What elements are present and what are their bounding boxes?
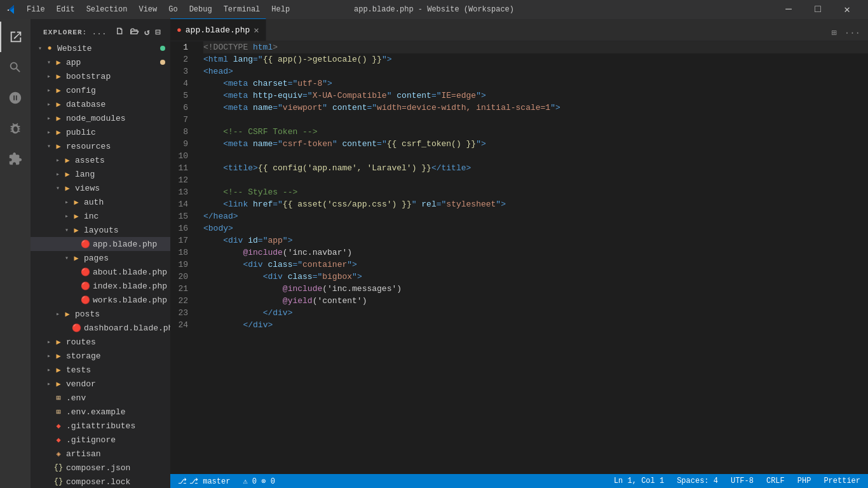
activity-extensions[interactable] [0, 144, 31, 174]
close-button[interactable]: ✕ [832, 0, 862, 19]
new-file-icon[interactable]: 🗋 [114, 25, 126, 39]
line-number: 10 [170, 150, 193, 162]
tree-item-lang[interactable]: ▸ ▶ lang [31, 167, 170, 181]
code-line-18: @include('inc.navbar') [203, 247, 868, 259]
line-number: 7 [170, 114, 193, 126]
menu-debug[interactable]: Debug [184, 4, 217, 15]
tree-item-env[interactable]: ▸ ⊞ .env [31, 391, 170, 405]
tree-item-auth[interactable]: ▸ ▶ auth [31, 195, 170, 209]
formatter[interactable]: Prettier [821, 477, 863, 485]
errors-warnings-status[interactable]: ⚠ 0 ⊗ 0 [240, 477, 277, 486]
tree-item-pages[interactable]: ▾ ▶ pages [31, 251, 170, 265]
code-line-20: <div class="bigbox"> [203, 271, 868, 283]
line-number: 15 [170, 210, 193, 222]
tab-close-button[interactable]: ✕ [254, 25, 259, 36]
chevron-right-icon: ▸ [53, 156, 62, 164]
tree-item-database[interactable]: ▸ ▶ database [31, 97, 170, 111]
tab-app-blade[interactable]: ● app.blade.php ✕ [170, 18, 266, 41]
line-number: 21 [170, 283, 193, 295]
chevron-down-icon: ▾ [62, 254, 71, 262]
tree-item-tests[interactable]: ▸ ▶ tests [31, 363, 170, 377]
maximize-button[interactable]: □ [803, 0, 832, 19]
folder-open-icon: ▶ [53, 58, 64, 67]
cursor-position[interactable]: Ln 1, Col 1 [611, 477, 667, 485]
refresh-icon[interactable]: ↺ [143, 25, 152, 39]
tree-item-gitignore[interactable]: ▸ ◆ .gitignore [31, 433, 170, 447]
line-ending[interactable]: CRLF [764, 477, 787, 485]
tree-item-config[interactable]: ▸ ▶ config [31, 83, 170, 97]
menu-help[interactable]: Help [266, 4, 295, 15]
code-line-14: <link href="{{ asset('css/app.css') }}" … [203, 198, 868, 210]
tree-item-gitattributes[interactable]: ▸ ◆ .gitattributes [31, 419, 170, 433]
php-file-icon: ◈ [53, 449, 64, 459]
code-editor[interactable]: 1 2 3 4 5 6 7 8 9 10 11 12 13 14 15 16 1… [170, 41, 868, 474]
git-branch-status[interactable]: ⎇ ⎇ master [175, 477, 233, 486]
code-line-8: <!-- CSRF Token --> [203, 126, 868, 138]
chevron-right-icon: ▸ [44, 352, 53, 360]
titlebar-menu: File Edit Selection View Go Debug Termin… [22, 4, 295, 15]
encoding[interactable]: UTF-8 [728, 477, 756, 485]
tree-item-views[interactable]: ▾ ▶ views [31, 181, 170, 195]
spacer-icon: ▸ [44, 464, 53, 471]
split-editor-button[interactable]: ⊞ [829, 25, 839, 41]
tree-item-composer-json[interactable]: ▸ {} composer.json [31, 461, 170, 475]
folder-icon: ▶ [71, 198, 81, 207]
folder-icon: ▶ [53, 379, 64, 389]
folder-icon: ▶ [53, 86, 64, 95]
new-folder-icon[interactable]: 🗁 [128, 25, 140, 39]
menu-file[interactable]: File [22, 4, 50, 15]
menu-edit[interactable]: Edit [51, 4, 80, 15]
editor-area: ● app.blade.php ✕ ⊞ ··· 1 2 3 4 5 6 7 8 … [170, 19, 868, 488]
tree-item-works-blade[interactable]: ▸ 🔴 works.blade.php [31, 293, 170, 307]
sidebar-header-icons: 🗋 🗁 ↺ ⊟ [114, 25, 163, 39]
tree-item-vendor[interactable]: ▸ ▶ vendor [31, 377, 170, 391]
tree-label: Website [57, 44, 92, 53]
activity-search[interactable] [0, 52, 31, 83]
menu-terminal[interactable]: Terminal [219, 4, 266, 15]
tree-item-bootstrap[interactable]: ▸ ▶ bootstrap [31, 69, 170, 83]
activity-explorer[interactable] [0, 22, 31, 52]
folder-open-icon: ▶ [53, 142, 64, 151]
tree-item-artisan[interactable]: ▸ ◈ artisan [31, 447, 170, 461]
indentation[interactable]: Spaces: 4 [674, 477, 721, 485]
tree-item-routes[interactable]: ▸ ▶ routes [31, 335, 170, 349]
tree-label: index.blade.php [93, 281, 167, 291]
tree-label: routes [66, 337, 96, 347]
folder-icon: ▶ [53, 337, 64, 347]
line-number: 13 [170, 186, 193, 198]
tree-item-app-blade[interactable]: ▸ 🔴 app.blade.php [31, 237, 170, 251]
menu-go[interactable]: Go [163, 4, 182, 15]
tree-item-public[interactable]: ▸ ▶ public [31, 125, 170, 139]
activity-git[interactable] [0, 83, 31, 113]
titlebar-left: File Edit Selection View Go Debug Termin… [6, 4, 295, 15]
tree-item-posts[interactable]: ▸ ▶ posts [31, 307, 170, 321]
tree-label: layouts [84, 226, 119, 235]
code-line-11: <title>{{ config('app.name', 'Laravel') … [203, 162, 868, 174]
tree-item-assets[interactable]: ▸ ▶ assets [31, 153, 170, 167]
activity-debug[interactable] [0, 113, 31, 144]
menu-selection[interactable]: Selection [81, 4, 133, 15]
tree-item-dashboard-blade[interactable]: ▸ 🔴 dashboard.blade.php [31, 321, 170, 335]
tree-item-inc[interactable]: ▸ ▶ inc [31, 209, 170, 223]
tree-item-index-blade[interactable]: ▸ 🔴 index.blade.php [31, 279, 170, 293]
tree-item-env-example[interactable]: ▸ ⊞ .env.example [31, 405, 170, 419]
tree-label: .env [66, 393, 86, 403]
tree-item-storage[interactable]: ▸ ▶ storage [31, 349, 170, 363]
tree-item-node-modules[interactable]: ▸ ▶ node_modules [31, 111, 170, 125]
tree-item-website[interactable]: ▾ ● Website [31, 41, 170, 55]
minimize-button[interactable]: ─ [774, 0, 803, 19]
menu-view[interactable]: View [133, 4, 162, 15]
sidebar-title: EXPLORER: ... [43, 29, 107, 36]
code-content[interactable]: <!DOCTYPE html> <html lang="{{ app()->ge… [198, 41, 868, 474]
tree-item-composer-lock[interactable]: ▸ {} composer.lock [31, 475, 170, 488]
spacer-icon: ▸ [71, 240, 80, 248]
language-mode[interactable]: PHP [795, 477, 814, 485]
tree-item-app[interactable]: ▾ ▶ app [31, 55, 170, 69]
tree-item-about-blade[interactable]: ▸ 🔴 about.blade.php [31, 265, 170, 279]
tree-item-layouts[interactable]: ▾ ▶ layouts [31, 223, 170, 237]
tree-item-resources[interactable]: ▾ ▶ resources [31, 139, 170, 153]
collapse-all-icon[interactable]: ⊟ [154, 25, 163, 39]
tree-label: config [66, 86, 96, 95]
chevron-down-icon: ▾ [62, 226, 71, 234]
more-actions-button[interactable]: ··· [842, 25, 863, 41]
